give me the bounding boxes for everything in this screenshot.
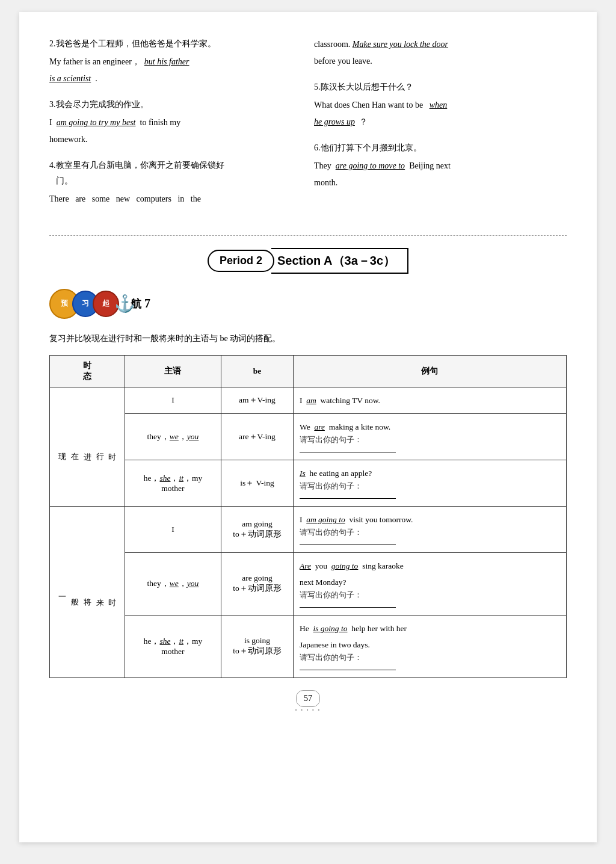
be-is-ving: is＋ V-ing — [221, 460, 293, 506]
filled-is: Is — [300, 469, 306, 478]
exercise-6-chinese: 6.他们打算下个月搬到北京。 — [314, 140, 567, 155]
exercise-2: 2.我爸爸是个工程师，但他爸爸是个科学家。 My father is an en… — [49, 36, 302, 87]
filled-it-2: it — [179, 637, 183, 646]
filled-going-to: going to — [331, 561, 359, 570]
exercise-4-english: There are some new computers in the — [49, 191, 302, 208]
filled-it-1: it — [179, 474, 183, 483]
be-am-going: am goingto＋动词原形 — [221, 506, 293, 552]
header-tense: 时态 — [50, 355, 125, 387]
left-column: 2.我爸爸是个工程师，但他爸爸是个科学家。 My father is an en… — [49, 36, 302, 217]
example-line-5b: next Monday? — [300, 574, 560, 590]
write-blank-1 — [300, 452, 396, 452]
table-row: 现在进行时 I am＋V-ing I am watching TV now. — [50, 387, 567, 413]
fill-4: Make sure you lock the door — [353, 40, 448, 49]
subject-he-future: he，she，it，my mother — [125, 615, 221, 677]
filled-she-2: she — [159, 637, 170, 646]
be-are-ving: are＋V-ing — [221, 413, 293, 460]
num-3: 3. — [49, 100, 56, 109]
period-header: Period 2 Section A（3a－3c） — [49, 248, 567, 274]
example-is: Is he eating an apple? 请写出你的句子： — [293, 460, 566, 506]
fill-2a: but his father — [144, 57, 189, 66]
filled-am-going-to: am going to — [306, 515, 345, 524]
write-blank-5 — [300, 670, 396, 670]
tense-future: 一般将来时 — [50, 506, 125, 677]
section-divider — [49, 235, 567, 236]
header-example: 例句 — [293, 355, 566, 387]
fill-3: am going to try my best — [57, 118, 136, 127]
table-row: he，she，it，my mother is＋ V-ing Is he eati… — [50, 460, 567, 506]
filled-we-2: we — [170, 579, 179, 588]
exercise-4-cont-text: classroom. Make sure you lock the door b… — [314, 36, 567, 70]
filled-we: we — [170, 432, 179, 441]
example-am-going: I am going to visit you tomorrow. 请写出你的句… — [293, 506, 566, 552]
example-line-6b: Japanese in two days. — [300, 637, 560, 653]
example-line-4: I am going to visit you tomorrow. — [300, 511, 560, 528]
period-label: Period 2 — [208, 250, 274, 272]
num-6: 6. — [314, 143, 321, 152]
example-is-going: He is going to help her with her Japanes… — [293, 615, 566, 677]
page: 2.我爸爸是个工程师，但他爸爸是个科学家。 My father is an en… — [19, 12, 597, 842]
table-row: he，she，it，my mother is goingto＋动词原形 He i… — [50, 615, 567, 677]
table-row: they，we，you are＋V-ing We are making a ki… — [50, 413, 567, 460]
subject-he-present: he，she，it，my mother — [125, 460, 221, 506]
header-subject: 主语 — [125, 355, 221, 387]
exercise-6-english: They are going to move to Beijing next m… — [314, 158, 567, 191]
exercise-6: 6.他们打算下个月搬到北京。 They are going to move to… — [314, 140, 567, 191]
exercise-4: 4.教室里有几台新电脑，你离开之前要确保锁好 门。 There are some… — [49, 158, 302, 207]
exercise-4-cont: classroom. Make sure you lock the door b… — [314, 36, 567, 70]
exercise-3: 3.我会尽力完成我的作业。 I am going to try my best … — [49, 97, 302, 148]
tense-present: 现在进行时 — [50, 387, 125, 506]
instruction-text: 复习并比较现在进行时和一般将来时的主语与 be 动词的搭配。 — [49, 331, 567, 346]
num-4: 4. — [49, 161, 56, 170]
example-line-3: Is he eating an apple? — [300, 465, 560, 481]
be-is-going: is goingto＋动词原形 — [221, 615, 293, 677]
be-are-going: are goingto＋动词原形 — [221, 552, 293, 615]
page-dots: • • • • • — [49, 707, 567, 713]
exercise-3-chinese: 3.我会尽力完成我的作业。 — [49, 97, 302, 112]
be-am-ving: am＋V-ing — [221, 387, 293, 413]
anchor-icon: ⚓ — [114, 294, 135, 313]
exercise-5-english: What does Chen Han want to be when he gr… — [314, 97, 567, 131]
write-blank-4 — [300, 607, 396, 608]
example-are-going: Are you going to sing karaoke next Monda… — [293, 552, 566, 615]
page-num-text: 57 — [304, 694, 312, 703]
exercise-3-english: I am going to try my best to finish my h… — [49, 114, 302, 148]
write-prompt-3: 请写出你的句子： — [300, 528, 560, 538]
grammar-table: 时态 主语 be 例句 现在进行时 I am＋V-ing I am watchi… — [49, 355, 567, 678]
num-5: 5. — [314, 82, 321, 91]
table-row: 一般将来时 I am goingto＋动词原形 I am going to vi… — [50, 506, 567, 552]
example-line-2: We are making a kite now. — [300, 419, 560, 435]
example-are: We are making a kite now. 请写出你的句子： — [293, 413, 566, 460]
filled-is-going-to: is going to — [313, 624, 347, 633]
section-label: Section A（3a－3c） — [271, 248, 408, 274]
fill-2b: is a scientist — [49, 74, 91, 83]
top-section: 2.我爸爸是个工程师，但他爸爸是个科学家。 My father is an en… — [49, 36, 567, 217]
write-blank-2 — [300, 498, 396, 499]
filled-she-1: she — [159, 474, 170, 483]
filled-Are: Are — [300, 561, 311, 570]
fill-5b: he grows up — [314, 117, 355, 126]
subject-they-present: they，we，you — [125, 413, 221, 460]
exercise-2-english: My father is an engineer， but his father… — [49, 54, 302, 87]
example-line-1: I am watching TV now. — [300, 392, 560, 409]
filled-am: am — [306, 396, 316, 405]
num-2: 2. — [49, 39, 56, 48]
example-line-5: Are you going to sing karaoke — [300, 558, 560, 574]
exercise-4-chinese: 4.教室里有几台新电脑，你离开之前要确保锁好 门。 — [49, 158, 302, 188]
write-prompt-1: 请写出你的句子： — [300, 435, 560, 445]
filled-you-2: you — [187, 579, 199, 588]
filled-you: you — [187, 432, 199, 441]
example-line-6: He is going to help her with her — [300, 620, 560, 637]
subject-they-future: they，we，you — [125, 552, 221, 615]
fill-6: are going to move to — [336, 161, 405, 170]
subject-I-future: I — [125, 506, 221, 552]
exercise-2-chinese: 2.我爸爸是个工程师，但他爸爸是个科学家。 — [49, 36, 302, 51]
exercise-5: 5.陈汉长大以后想干什么？ What does Chen Han want to… — [314, 79, 567, 131]
subject-I-present: I — [125, 387, 221, 413]
preview-number: 7 — [144, 297, 150, 310]
header-be: be — [221, 355, 293, 387]
page-number: 57 — [296, 690, 320, 707]
example-am: I am watching TV now. — [293, 387, 566, 413]
page-number-area: 57 • • • • • — [49, 690, 567, 713]
write-blank-3 — [300, 545, 396, 545]
